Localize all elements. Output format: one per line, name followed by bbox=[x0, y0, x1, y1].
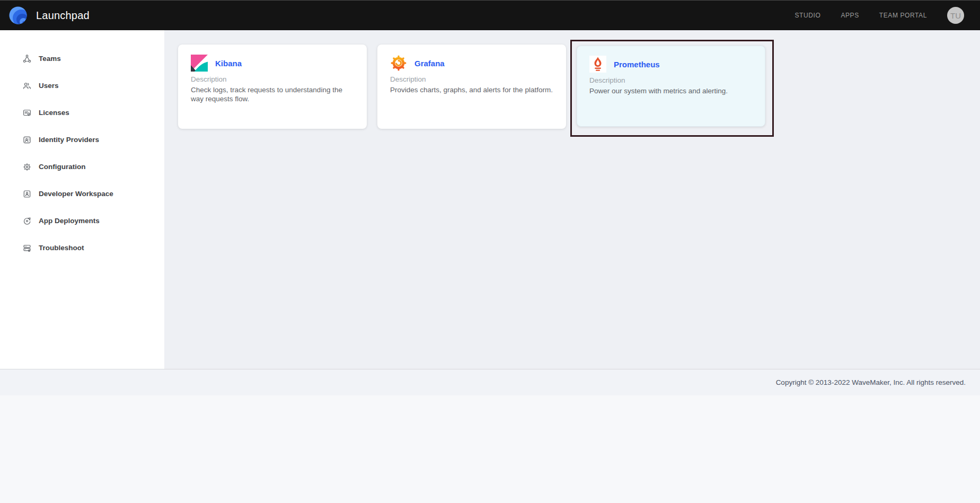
sidebar-item-teams[interactable]: Teams bbox=[0, 45, 164, 72]
bottom-strip bbox=[0, 395, 980, 503]
troubleshoot-icon bbox=[22, 243, 32, 253]
description-label: Description bbox=[589, 76, 753, 84]
top-navigation: STUDIO APPS TEAM PORTAL TU bbox=[794, 7, 964, 24]
description-label: Description bbox=[191, 75, 354, 83]
launchpad-screen: Launchpad STUDIO APPS TEAM PORTAL TU Tea… bbox=[0, 0, 980, 503]
app-deployments-icon bbox=[22, 216, 32, 226]
sidebar-item-identity-providers[interactable]: Identity Providers bbox=[0, 126, 164, 153]
copyright-text: Copyright © 2013-2022 WaveMaker, Inc. Al… bbox=[776, 378, 966, 386]
sidebar-item-label: Teams bbox=[39, 55, 61, 63]
description-text: Provides charts, graphs, and alerts for … bbox=[390, 85, 553, 94]
user-avatar[interactable]: TU bbox=[947, 7, 964, 24]
teams-icon bbox=[22, 54, 32, 64]
card-header: Kibana bbox=[191, 55, 354, 72]
nav-link-team-portal[interactable]: TEAM PORTAL bbox=[879, 12, 927, 19]
developer-workspace-icon bbox=[22, 189, 32, 199]
sidebar-item-label: Configuration bbox=[39, 163, 85, 171]
app-card-kibana[interactable]: Kibana Description Check logs, track req… bbox=[178, 45, 367, 129]
app-title-link[interactable]: Prometheus bbox=[614, 60, 660, 69]
sidebar-item-troubleshoot[interactable]: Troubleshoot bbox=[0, 234, 164, 261]
kibana-logo-icon bbox=[191, 55, 208, 72]
app-card-prometheus[interactable]: Prometheus Description Power our system … bbox=[577, 46, 765, 127]
description-text: Power our system with metrics and alerti… bbox=[589, 86, 753, 95]
card-header: Grafana bbox=[390, 55, 553, 72]
sidebar-item-label: Developer Workspace bbox=[39, 190, 113, 198]
sidebar: Teams Users bbox=[0, 30, 164, 369]
footer-bar: Copyright © 2013-2022 WaveMaker, Inc. Al… bbox=[0, 369, 980, 395]
content-area: Kibana Description Check logs, track req… bbox=[164, 30, 980, 369]
app-card-list: Kibana Description Check logs, track req… bbox=[178, 45, 774, 137]
sidebar-item-label: App Deployments bbox=[39, 217, 100, 225]
description-label: Description bbox=[390, 75, 553, 83]
nav-link-studio[interactable]: STUDIO bbox=[794, 12, 820, 19]
top-bar: Launchpad STUDIO APPS TEAM PORTAL TU bbox=[0, 0, 980, 30]
wavemaker-logo-icon bbox=[8, 6, 28, 25]
sidebar-item-label: Users bbox=[39, 82, 59, 90]
app-card-grafana[interactable]: Grafana Description Provides charts, gra… bbox=[377, 45, 566, 129]
licenses-icon bbox=[22, 108, 32, 118]
prometheus-logo-icon bbox=[589, 56, 606, 73]
nav-link-apps[interactable]: APPS bbox=[841, 12, 859, 19]
sidebar-item-configuration[interactable]: Configuration bbox=[0, 153, 164, 180]
app-title-link[interactable]: Grafana bbox=[414, 59, 445, 68]
card-header: Prometheus bbox=[589, 56, 753, 73]
main-area: Teams Users bbox=[0, 30, 980, 369]
sidebar-item-users[interactable]: Users bbox=[0, 72, 164, 99]
identity-providers-icon bbox=[22, 135, 32, 145]
sidebar-item-label: Identity Providers bbox=[39, 136, 99, 144]
sidebar-item-label: Troubleshoot bbox=[39, 244, 84, 252]
app-title-link[interactable]: Kibana bbox=[215, 59, 242, 68]
sidebar-item-app-deployments[interactable]: App Deployments bbox=[0, 207, 164, 234]
brand-home-link[interactable]: Launchpad bbox=[8, 6, 90, 25]
users-icon bbox=[22, 81, 32, 91]
configuration-icon bbox=[22, 162, 32, 172]
grafana-logo-icon bbox=[390, 55, 407, 72]
sidebar-item-developer-workspace[interactable]: Developer Workspace bbox=[0, 180, 164, 207]
page-title: Launchpad bbox=[36, 10, 90, 22]
highlight-annotation-box: Prometheus Description Power our system … bbox=[570, 40, 774, 137]
sidebar-item-label: Licenses bbox=[39, 109, 69, 117]
sidebar-item-licenses[interactable]: Licenses bbox=[0, 99, 164, 126]
description-text: Check logs, track requests to understand… bbox=[191, 85, 354, 104]
